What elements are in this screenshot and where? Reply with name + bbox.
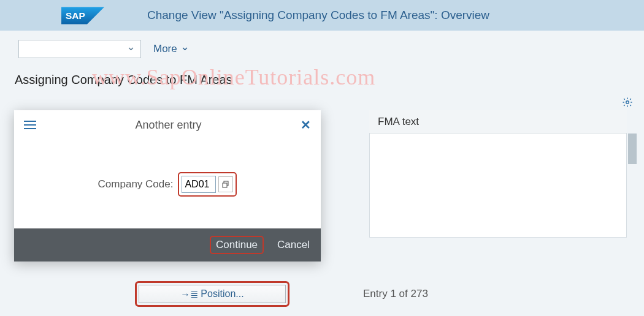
close-icon[interactable]: ✕	[301, 118, 311, 132]
svg-point-2	[626, 101, 629, 104]
dialog-title: Another entry	[36, 119, 301, 132]
more-menu[interactable]: More	[153, 42, 190, 56]
cancel-button[interactable]: Cancel	[277, 239, 310, 251]
value-help-icon[interactable]	[218, 176, 233, 192]
svg-rect-4	[223, 183, 227, 187]
toolbar: More	[0, 31, 644, 64]
position-arrow-icon: →≣	[180, 288, 198, 300]
chevron-down-icon	[180, 42, 190, 56]
column-header-fma-text[interactable]: FMA text	[369, 110, 627, 134]
dialog-header: Another entry ✕	[14, 110, 321, 140]
svg-text:SAP: SAP	[66, 10, 85, 21]
more-label: More	[153, 43, 177, 55]
dialog-body: Company Code:	[14, 140, 321, 228]
position-label: Position...	[201, 288, 243, 299]
field-highlight	[178, 172, 237, 197]
entry-count: Entry 1 of 273	[363, 288, 428, 300]
menu-icon[interactable]	[24, 121, 36, 129]
position-highlight: →≣ Position...	[135, 281, 289, 307]
chevron-down-icon	[126, 42, 136, 56]
dialog-footer: Continue Cancel	[14, 228, 321, 261]
company-code-input[interactable]	[182, 176, 216, 193]
bottom-bar: →≣ Position... Entry 1 of 273	[0, 281, 644, 307]
continue-button[interactable]: Continue	[216, 239, 258, 251]
position-button[interactable]: →≣ Position...	[139, 285, 286, 303]
another-entry-dialog: Another entry ✕ Company Code: Continue C…	[14, 110, 321, 261]
app-header: SAP Change View "Assigning Company Codes…	[0, 0, 644, 31]
table-cell-area[interactable]	[369, 134, 627, 238]
company-code-label: Company Code:	[98, 178, 174, 190]
continue-highlight: Continue	[210, 236, 264, 254]
scrollbar[interactable]	[628, 134, 637, 164]
sap-logo: SAP	[61, 5, 104, 26]
action-dropdown[interactable]	[18, 40, 141, 58]
page-title: Change View "Assigning Company Codes to …	[147, 9, 489, 22]
watermark-text: www.SapOnlineTutorials.com	[92, 64, 375, 90]
gear-icon[interactable]	[622, 97, 633, 111]
